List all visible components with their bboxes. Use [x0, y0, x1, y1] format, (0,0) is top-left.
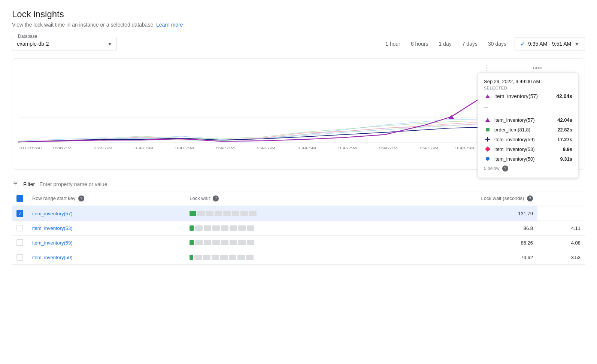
- table-header-row: — Row range start key ? Lock wait ? Lock…: [12, 191, 585, 206]
- series-icon-2: [484, 136, 491, 143]
- series-value-3: 9.9s: [563, 146, 572, 152]
- row-lockwait-sec-3: 3.53: [537, 250, 585, 265]
- svg-text:9:46 AM: 9:46 AM: [379, 146, 398, 150]
- tooltip-list-item-2: item_inventory(59) 17.27s: [484, 136, 572, 143]
- row-checkbox-cell-0: ✓: [12, 206, 28, 221]
- svg-text:9:41 AM: 9:41 AM: [175, 146, 194, 150]
- series-name-2: item_inventory(59): [494, 137, 535, 142]
- time-30days-button[interactable]: 30 days: [483, 38, 512, 50]
- table-row: item_inventory(59): [12, 236, 585, 250]
- row-checkbox-2[interactable]: [16, 239, 23, 246]
- tooltip-time: Sep 29, 2022, 9:49:00 AM: [484, 79, 572, 84]
- svg-text:9:42 AM: 9:42 AM: [216, 146, 235, 150]
- series-name-1: order_item(81,8): [494, 127, 530, 133]
- row-lockwait-2: [185, 236, 381, 250]
- time-1hour-button[interactable]: 1 hour: [380, 38, 406, 50]
- database-label: Database: [16, 34, 39, 39]
- custom-time-label: 9:35 AM - 9:51 AM: [528, 41, 571, 47]
- tooltip-divider: [484, 113, 572, 113]
- check-icon: ✓: [520, 40, 525, 48]
- row-lockwait-val-3: 74.62: [381, 250, 537, 265]
- database-selector-wrap: Database example-db-2 example-db-1 examp…: [12, 37, 117, 51]
- filter-icon: [12, 180, 19, 188]
- controls-row: Database example-db-2 example-db-1 examp…: [12, 37, 585, 51]
- series-value-1: 22.82s: [557, 127, 572, 133]
- svg-text:60s: 60s: [533, 66, 542, 70]
- row-key-0: item_inventory(57): [28, 206, 185, 221]
- tooltip-below: 5 below ?: [484, 166, 572, 172]
- custom-time-button[interactable]: ✓ 9:35 AM - 9:51 AM ▼: [515, 37, 585, 51]
- row-checkbox-1[interactable]: [16, 225, 23, 231]
- chart-tooltip: Sep 29, 2022, 9:49:00 AM SELECTED item_i…: [478, 72, 579, 178]
- page-title: Lock insights: [12, 9, 585, 19]
- tooltip-list-item-4: item_inventory(50) 9.31s: [484, 155, 572, 163]
- chart-section: 60s 40s 20s 0: [12, 58, 585, 170]
- key-help-icon[interactable]: ?: [78, 195, 84, 201]
- series-value-0: 42.04s: [557, 117, 572, 123]
- svg-text:UTC+5:30: UTC+5:30: [18, 146, 42, 150]
- series-value-4: 9.31s: [560, 156, 572, 162]
- row-lockwait-val-0: 131.79: [381, 206, 537, 221]
- filter-input[interactable]: [39, 181, 585, 187]
- row-checkbox-0[interactable]: ✓: [16, 210, 23, 217]
- svg-text:9:48 AM: 9:48 AM: [455, 146, 474, 150]
- time-1day-button[interactable]: 1 day: [433, 38, 457, 50]
- row-checkbox-3[interactable]: [16, 254, 23, 261]
- tooltip-selected-item: item_inventory(57) 42.04s: [484, 92, 572, 100]
- filter-label: Filter: [23, 181, 35, 187]
- tooltip-list-item-0: item_inventory(57) 42.04s: [484, 116, 572, 124]
- row-checkbox-cell-1: [12, 221, 28, 236]
- page-subtitle: View the lock wait time in an instance o…: [12, 22, 585, 28]
- table-wrap: — Row range start key ? Lock wait ? Lock…: [12, 191, 585, 265]
- row-key-link-0[interactable]: item_inventory(57): [32, 211, 73, 216]
- row-key-link-1[interactable]: item_inventory(53): [32, 225, 73, 231]
- below-count: 5 below: [484, 166, 499, 171]
- tooltip-list-item-3: item_inventory(53) 9.9s: [484, 145, 572, 153]
- time-6hours-button[interactable]: 6 hours: [406, 38, 434, 50]
- tooltip-selected-label: SELECTED: [484, 86, 572, 90]
- row-lockwait-0: [185, 206, 381, 221]
- row-key-link-2[interactable]: item_inventory(59): [32, 240, 73, 246]
- below-help-icon[interactable]: ?: [502, 166, 508, 172]
- series-icon-4: [484, 155, 491, 163]
- series-name-3: item_inventory(53): [494, 146, 535, 152]
- select-all-checkbox[interactable]: —: [16, 195, 23, 202]
- row-key-2: item_inventory(59): [28, 236, 185, 250]
- selected-series-value: 42.04s: [556, 93, 572, 99]
- svg-text:9:40 AM: 9:40 AM: [134, 146, 153, 150]
- series-name-4: item_inventory(50): [494, 156, 535, 162]
- svg-text:9:38 AM: 9:38 AM: [53, 146, 72, 150]
- lockwait-help-icon[interactable]: ?: [213, 195, 219, 201]
- row-lockwait-val-1: 86.8: [381, 221, 537, 236]
- dropdown-icon: ▼: [574, 41, 579, 47]
- row-checkbox-cell-3: [12, 250, 28, 265]
- row-lockwait-sec-2: 4.08: [537, 236, 585, 250]
- table-row: item_inventory(53): [12, 221, 585, 236]
- selected-series-icon: [484, 92, 491, 100]
- page-container: Lock insights View the lock wait time in…: [0, 0, 597, 274]
- learn-more-link[interactable]: Learn more: [156, 22, 183, 28]
- lock-table: — Row range start key ? Lock wait ? Lock…: [12, 191, 585, 265]
- svg-text:9:39 AM: 9:39 AM: [94, 146, 112, 150]
- tooltip-list-item-1: order_item(81,8) 22.82s: [484, 126, 572, 133]
- row-lockwait-1: [185, 221, 381, 236]
- row-key-link-3[interactable]: item_inventory(50): [32, 255, 73, 260]
- row-lockwait-sec-1: 4.11: [537, 221, 585, 236]
- series-icon-0: [484, 116, 491, 124]
- svg-text:9:47 AM: 9:47 AM: [420, 146, 439, 150]
- time-range-controls: 1 hour 6 hours 1 day 7 days 30 days ✓ 9:…: [380, 37, 585, 51]
- series-value-2: 17.27s: [557, 137, 572, 142]
- row-lockwait-val-2: 86.26: [381, 236, 537, 250]
- svg-text:9:45 AM: 9:45 AM: [338, 146, 357, 150]
- svg-text:9:43 AM: 9:43 AM: [257, 146, 275, 150]
- svg-text:9:44 AM: 9:44 AM: [297, 146, 316, 150]
- table-row: ✓ item_inventory(57): [12, 206, 585, 221]
- series-icon-1: [484, 126, 491, 133]
- row-checkbox-cell-2: [12, 236, 28, 250]
- series-name-0: item_inventory(57): [494, 117, 535, 123]
- filter-row: Filter: [12, 177, 585, 191]
- time-7days-button[interactable]: 7 days: [457, 38, 483, 50]
- col-header-lockwait-seconds: Lock wait (seconds) ?: [381, 191, 537, 206]
- lockwait-seconds-help-icon[interactable]: ?: [527, 195, 533, 201]
- selected-series-name: item_inventory(57): [494, 93, 538, 99]
